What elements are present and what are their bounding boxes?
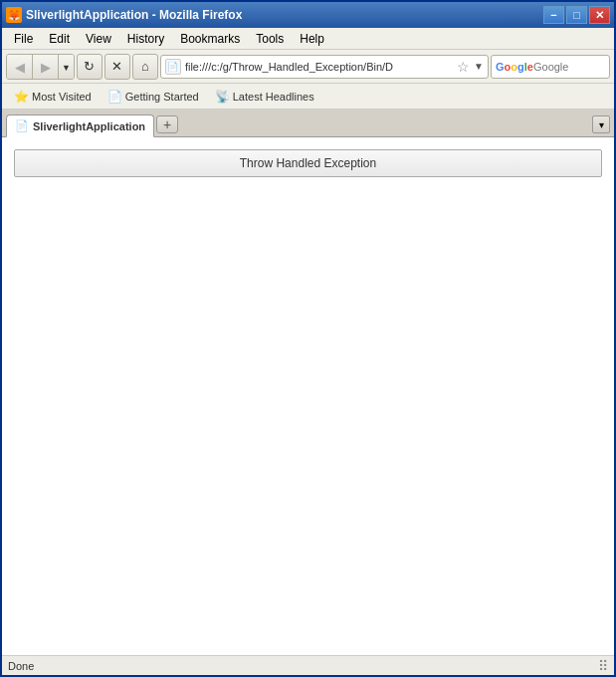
- resize-handle-icon: ⠿: [598, 658, 608, 674]
- google-logo: Google: [496, 61, 533, 73]
- menu-history[interactable]: History: [119, 30, 172, 48]
- page-icon: 📄: [165, 59, 181, 75]
- content-area: Throw Handled Exception: [2, 137, 614, 655]
- search-box: Google 🔍: [491, 55, 610, 79]
- close-button[interactable]: ✕: [589, 6, 610, 24]
- tab-label: SliverlightApplication: [33, 120, 145, 132]
- getting-started-icon: 📄: [107, 90, 122, 104]
- menu-help[interactable]: Help: [292, 30, 332, 48]
- window-controls: − □ ✕: [543, 6, 610, 24]
- back-button[interactable]: ◀: [7, 55, 33, 80]
- maximize-button[interactable]: □: [566, 6, 587, 24]
- address-bar: 📄 file:///c:/g/Throw_Handled_Exception/B…: [160, 55, 489, 79]
- menu-view[interactable]: View: [78, 30, 119, 48]
- address-text[interactable]: file:///c:/g/Throw_Handled_Exception/Bin…: [185, 61, 453, 73]
- nav-bar: ◀ ▶ ▼ ↻ ✕ ⌂ 📄 file:///c:/g/Throw_Handled…: [2, 50, 614, 84]
- back-forward-group: ◀ ▶ ▼: [6, 54, 75, 80]
- most-visited-label: Most Visited: [32, 91, 92, 103]
- bookmark-most-visited[interactable]: ⭐ Most Visited: [8, 88, 98, 106]
- address-dropdown-icon[interactable]: ▼: [474, 61, 484, 72]
- most-visited-icon: ⭐: [14, 90, 29, 104]
- window-title: SliverlightApplication - Mozilla Firefox: [26, 8, 543, 22]
- browser-window: 🦊 SliverlightApplication - Mozilla Firef…: [0, 0, 616, 677]
- tab-main[interactable]: 📄 SliverlightApplication: [6, 114, 154, 137]
- status-text: Done: [8, 660, 34, 672]
- title-bar: 🦊 SliverlightApplication - Mozilla Firef…: [2, 2, 614, 28]
- latest-headlines-label: Latest Headlines: [233, 91, 314, 103]
- latest-headlines-icon: 📡: [215, 90, 230, 104]
- bookmark-getting-started[interactable]: 📄 Getting Started: [102, 88, 205, 106]
- bookmarks-bar: ⭐ Most Visited 📄 Getting Started 📡 Lates…: [2, 84, 614, 110]
- minimize-button[interactable]: −: [543, 6, 564, 24]
- menu-file[interactable]: File: [6, 30, 41, 48]
- getting-started-label: Getting Started: [125, 91, 199, 103]
- status-bar: Done ⠿: [2, 655, 614, 675]
- tab-bar: 📄 SliverlightApplication + ▾: [2, 110, 614, 137]
- tab-page-icon: 📄: [15, 119, 29, 132]
- firefox-icon: 🦊: [6, 7, 22, 23]
- forward-button[interactable]: ▶: [33, 55, 59, 80]
- menu-bookmarks[interactable]: Bookmarks: [172, 30, 248, 48]
- nav-dropdown-button[interactable]: ▼: [59, 55, 74, 80]
- bookmark-star-icon[interactable]: ☆: [457, 59, 470, 75]
- stop-button[interactable]: ✕: [104, 54, 130, 80]
- bookmark-latest-headlines[interactable]: 📡 Latest Headlines: [209, 88, 320, 106]
- menu-tools[interactable]: Tools: [248, 30, 292, 48]
- reload-button[interactable]: ↻: [77, 54, 103, 80]
- menu-edit[interactable]: Edit: [41, 30, 78, 48]
- new-tab-button[interactable]: +: [156, 115, 178, 133]
- tab-scroll-button[interactable]: ▾: [592, 115, 610, 133]
- search-input[interactable]: [533, 61, 616, 73]
- home-button[interactable]: ⌂: [132, 54, 158, 80]
- menu-bar: File Edit View History Bookmarks Tools H…: [2, 28, 614, 50]
- throw-exception-button[interactable]: Throw Handled Exception: [14, 149, 602, 177]
